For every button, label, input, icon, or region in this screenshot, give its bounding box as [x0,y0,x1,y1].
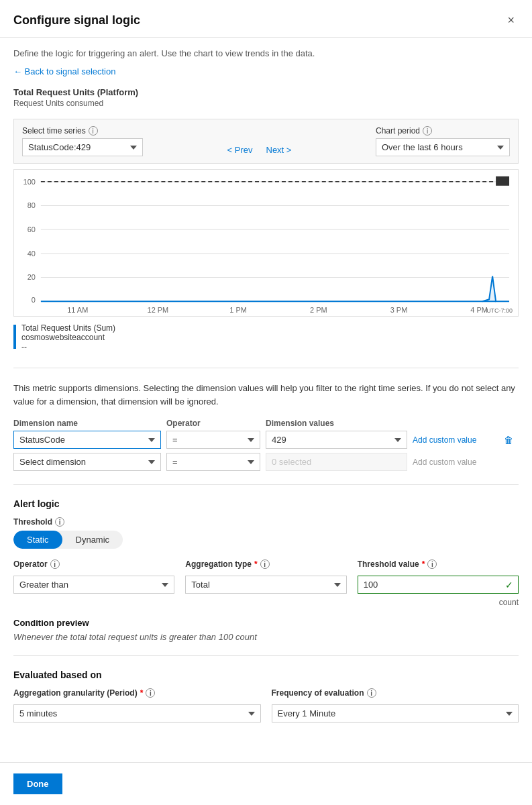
aggregation-type-label: Aggregation type * i [185,559,346,569]
dim-name-select-1[interactable]: StatusCode [13,431,161,449]
chart-period-select[interactable]: Over the last 1 hour Over the last 6 hou… [376,138,510,156]
separator-3 [13,655,519,656]
dimension-row-2: Select dimension = != 0 selected Add cus… [13,453,519,471]
threshold-value-required-star: * [422,559,425,569]
svg-text:80: 80 [28,202,36,210]
evaluated-fields: Aggregation granularity (Period) * i 1 m… [13,688,519,722]
condition-preview-title: Condition preview [13,618,519,628]
next-button[interactable]: Next > [264,144,295,156]
threshold-info-icon[interactable]: i [55,517,64,527]
legend-name: Total Request Units (Sum) [21,323,115,333]
separator-2 [13,484,519,485]
separator-1 [13,368,519,368]
alert-logic-title: Alert logic [13,498,519,509]
dim-value-select-1[interactable]: 429 200 404 [266,431,407,449]
legend-info: Total Request Units (Sum) cosmoswebsitea… [21,323,115,352]
granularity-field-group: Aggregation granularity (Period) * i 1 m… [13,688,261,722]
description-text: Define the logic for triggering an alert… [13,48,519,58]
operator-info-icon[interactable]: i [50,559,60,569]
chart-area: 100 80 60 40 20 0 [13,169,519,317]
static-toggle-button[interactable]: Static [13,531,62,549]
delete-dimension-button-1[interactable]: 🗑 [498,433,519,447]
time-series-label: Select time series i [22,126,143,136]
threshold-value-info-icon[interactable]: i [427,559,437,569]
close-button[interactable]: × [503,12,519,29]
svg-marker-13 [41,276,509,302]
chart-svg: 100 80 60 40 20 0 [14,170,518,316]
operator-field-group: Operator i Greater than Less than Greate… [13,559,174,607]
dim-header-name: Dimension name [13,419,161,428]
operator-select[interactable]: Greater than Less than Greater than or e… [13,576,174,594]
frequency-select[interactable]: Every 1 Minute Every 5 Minutes Every 15 … [272,704,519,722]
svg-text:40: 40 [28,250,36,258]
panel-header: Configure signal logic × [0,0,532,38]
legend-account: cosmoswebsiteaccount [21,333,115,342]
granularity-required-star: * [140,688,144,698]
back-to-signal-link[interactable]: ← Back to signal selection [13,66,115,76]
operator-label: Operator i [13,559,174,569]
frequency-field-group: Frequency of evaluation i Every 1 Minute… [272,688,519,722]
chart-period-label: Chart period i [376,126,510,136]
dim-header-operator: Operator [166,419,260,428]
condition-preview-text: Whenever the total total request units i… [13,632,519,642]
nav-buttons-group: < Prev Next > [143,144,376,156]
legend-dashes: -- [21,342,115,352]
svg-text:60: 60 [28,225,36,233]
threshold-toggle: Static Dynamic [13,531,123,549]
frequency-info-icon[interactable]: i [367,688,376,698]
granularity-select[interactable]: 1 minute 5 minutes 15 minutes 30 minutes… [13,704,261,722]
time-series-group: Select time series i StatusCode:429 Stat… [22,126,143,156]
add-custom-value-disabled-2: Add custom value [413,458,493,467]
dim-operator-select-1[interactable]: = != [166,431,260,449]
svg-text:12 PM: 12 PM [148,306,169,314]
dimension-table: Dimension name Operator Dimension values… [13,419,519,471]
threshold-value-input[interactable] [358,576,519,594]
evaluated-section-title: Evaluated based on [13,669,519,680]
aggregation-required-star: * [254,559,258,569]
signal-sub: Request Units consumed [13,99,519,108]
add-custom-value-link-1[interactable]: Add custom value [413,435,493,445]
condition-preview-section: Condition preview Whenever the total tot… [13,618,519,642]
count-label: count [358,598,519,607]
granularity-info-icon[interactable]: i [146,688,155,698]
svg-text:0: 0 [32,296,36,304]
alert-logic-fields: Operator i Greater than Less than Greate… [13,559,519,607]
threshold-value-label: Threshold value * i [358,559,519,569]
time-series-select[interactable]: StatusCode:429 StatusCode:200 StatusCode… [22,138,143,156]
panel-body: Define the logic for triggering an alert… [0,38,532,762]
dimension-header-row: Dimension name Operator Dimension values [13,419,519,428]
nav-buttons: < Prev Next > [225,144,295,156]
done-button[interactable]: Done [13,773,62,794]
dynamic-toggle-button[interactable]: Dynamic [62,531,123,549]
dim-header-values: Dimension values [266,419,407,428]
svg-text:3 PM: 3 PM [390,306,408,314]
aggregation-type-select[interactable]: Total Average Minimum Maximum Count [185,576,346,594]
signal-name: Total Request Units (Platform) [13,87,519,97]
configure-signal-logic-panel: Configure signal logic × Define the logi… [0,0,532,805]
dimension-notice: This metric supports dimensions. Selecti… [13,382,519,408]
dim-operator-select-2[interactable]: = != [166,453,260,471]
legend-color-bar [13,325,16,349]
threshold-check-icon: ✓ [505,580,513,590]
panel-footer: Done [0,762,532,805]
svg-text:4 PM: 4 PM [470,306,488,314]
alert-logic-section: Alert logic Threshold i Static Dynamic O… [13,498,519,642]
threshold-input-wrapper: ✓ [358,576,519,594]
svg-text:2 PM: 2 PM [310,306,327,314]
aggregation-type-field-group: Aggregation type * i Total Average Minim… [185,559,346,607]
svg-text:11 AM: 11 AM [67,306,88,314]
aggregation-info-icon[interactable]: i [260,559,270,569]
prev-button[interactable]: < Prev [225,144,256,156]
chart-controls: Select time series i StatusCode:429 Stat… [13,119,519,164]
svg-rect-14 [496,176,509,186]
chart-legend: Total Request Units (Sum) cosmoswebsitea… [13,321,519,354]
svg-text:UTC-7:00: UTC-7:00 [486,307,513,314]
granularity-label: Aggregation granularity (Period) * i [13,688,261,698]
svg-text:1 PM: 1 PM [229,306,247,314]
dim-name-select-2[interactable]: Select dimension [13,453,161,471]
time-series-info-icon[interactable]: i [89,126,98,136]
frequency-label: Frequency of evaluation i [272,688,519,698]
signal-info: Total Request Units (Platform) Request U… [13,87,519,108]
chart-period-info-icon[interactable]: i [423,126,432,136]
evaluated-based-on-section: Evaluated based on Aggregation granulari… [13,669,519,722]
